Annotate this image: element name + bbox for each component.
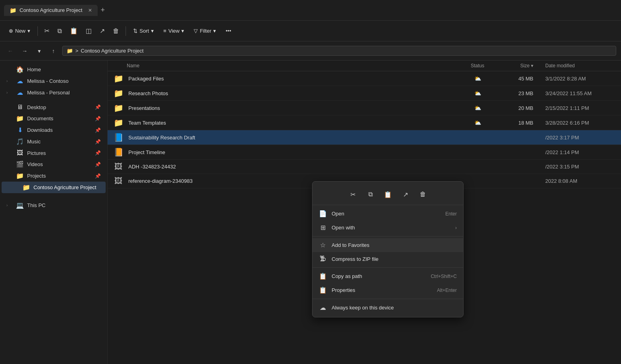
file-name: Presentations — [128, 105, 160, 111]
more-button[interactable]: ••• — [222, 26, 235, 36]
forward-button[interactable]: → — [19, 45, 30, 57]
filter-icon: ▽ — [194, 28, 198, 34]
column-date[interactable]: Date modified — [541, 63, 621, 68]
sidebar-item-label: Music — [27, 139, 41, 145]
cut-button[interactable]: ✂ — [41, 25, 53, 37]
file-date: /2022 3:17 PM — [541, 135, 621, 141]
contoso-folder-icon: 📁 — [22, 184, 30, 191]
ctx-compress-icon: 🗜 — [319, 255, 327, 262]
new-button[interactable]: ⊕ New ▾ — [5, 26, 34, 36]
ctx-separator-1 — [312, 236, 463, 237]
sidebar-item-videos[interactable]: 🎬 Videos 📌 — [2, 159, 106, 170]
ctx-delete-button[interactable]: 🗑 — [416, 187, 430, 202]
new-icon: ⊕ — [9, 28, 13, 34]
table-row[interactable]: 📘 Sustainability Research Draft /2022 3:… — [108, 130, 621, 145]
delete-button[interactable]: 🗑 — [110, 25, 122, 37]
filter-label: Filter — [200, 28, 211, 34]
sidebar-item-pictures[interactable]: 🖼 Pictures 📌 — [2, 147, 106, 159]
new-tab-button[interactable]: + — [101, 6, 105, 14]
ctx-compress-item[interactable]: 🗜 Compress to ZIP file — [312, 252, 463, 266]
file-date: 2022 8:08 AM — [541, 178, 621, 184]
copy-button[interactable]: ⧉ — [54, 25, 65, 37]
ctx-open-label: Open — [332, 211, 440, 217]
sidebar-item-downloads[interactable]: ⬇ Downloads 📌 — [2, 124, 106, 136]
sort-updown-icon: ⇅ — [133, 28, 138, 34]
view-button[interactable]: ≡ View ▾ — [159, 26, 189, 36]
file-name: Packaged Files — [128, 76, 164, 82]
ctx-separator-3 — [312, 299, 463, 299]
file-status: ⛅ — [454, 75, 501, 82]
table-row[interactable]: 📁 Research Photos ⛅ 23 MB 3/24/2022 11:5… — [108, 86, 621, 101]
table-row[interactable]: 🖼 ADH -324823-24432 /2022 3:15 PM — [108, 160, 621, 174]
home-icon: 🏠 — [16, 66, 24, 73]
ctx-open-with-item[interactable]: ⊞ Open with › — [312, 221, 463, 235]
ctx-open-item[interactable]: 📄 Open Enter — [312, 207, 463, 221]
file-status: ⛅ — [454, 105, 501, 111]
table-row[interactable]: 📁 Team Templates ⛅ 18 MB 3/28/2022 6:16 … — [108, 115, 621, 130]
pin-icon: 📌 — [95, 116, 101, 121]
sidebar-item-label: Melissa - Contoso — [27, 78, 69, 84]
folder-icon: 📁 — [112, 88, 124, 98]
sidebar-item-contoso-project[interactable]: 📁 Contoso Agriculture Project — [2, 182, 106, 193]
context-menu-toolbar: ✂ ⧉ 📋 ↗ 🗑 — [312, 184, 463, 205]
sidebar-item-desktop[interactable]: 🖥 Desktop 📌 — [2, 102, 106, 113]
filter-button[interactable]: ▽ Filter ▾ — [190, 26, 220, 36]
recent-locations-button[interactable]: ▾ — [33, 45, 45, 57]
music-icon: 🎵 — [16, 138, 24, 145]
tab-close-button[interactable]: ✕ — [88, 8, 92, 13]
table-row[interactable]: 📁 Packaged Files ⛅ 45 MB 3/1/2022 8:28 A… — [108, 71, 621, 86]
up-button[interactable]: ↑ — [48, 45, 59, 57]
ctx-copy-path-label: Copy as path — [332, 273, 426, 279]
cloud-icon: ☁ — [16, 77, 24, 85]
back-button[interactable]: ← — [5, 45, 16, 57]
sidebar-item-melissa-contoso[interactable]: › ☁ Melissa - Contoso — [2, 75, 106, 87]
cloud-icon: ☁ — [16, 89, 24, 96]
view-dropdown-icon: ▾ — [181, 28, 184, 34]
table-row[interactable]: 📙 Project Timeline /2022 1:14 PM — [108, 145, 621, 160]
move-to-button[interactable]: ◫ — [83, 25, 95, 37]
ctx-properties-item[interactable]: 📋 Properties Alt+Enter — [312, 283, 463, 297]
ctx-copy-path-item[interactable]: 📋 Copy as path Ctrl+Shift+C — [312, 269, 463, 283]
ctx-cut-button[interactable]: ✂ — [346, 187, 360, 202]
desktop-icon: 🖥 — [16, 104, 24, 111]
sidebar-item-this-pc[interactable]: › 💻 This PC — [2, 200, 106, 211]
file-status: ⛅ — [454, 90, 501, 96]
sidebar-item-melissa-personal[interactable]: › ☁ Melissa - Personal — [2, 87, 106, 98]
ctx-share-button[interactable]: ↗ — [398, 187, 413, 202]
tab-folder-icon: 📁 — [10, 7, 16, 14]
table-row[interactable]: 📁 Presentations ⛅ 20 MB 2/15/2022 1:11 P… — [108, 101, 621, 115]
column-status[interactable]: Status — [454, 63, 501, 68]
column-name[interactable]: Name — [108, 63, 454, 68]
context-menu: ✂ ⧉ 📋 ↗ 🗑 📄 Open Enter ⊞ Open with › ☆ A… — [312, 181, 464, 317]
ctx-copy-button[interactable]: ⧉ — [363, 187, 377, 202]
ctx-always-keep-label: Always keep on this device — [332, 305, 457, 311]
ctx-always-keep-icon: ☁ — [319, 304, 327, 311]
sort-label: Sort — [140, 28, 149, 34]
breadcrumb-separator: > — [75, 48, 79, 54]
videos-icon: 🎬 — [16, 160, 24, 168]
ctx-add-favorites-item[interactable]: ☆ Add to Favorites — [312, 238, 463, 252]
active-tab[interactable]: 📁 Contoso Agriculture Project ✕ — [4, 5, 98, 16]
pictures-icon: 🖼 — [16, 149, 24, 157]
sidebar-item-projects[interactable]: 📁 Projects 📌 — [2, 170, 106, 182]
sidebar-item-music[interactable]: 🎵 Music 📌 — [2, 136, 106, 147]
sidebar-item-documents[interactable]: 📁 Documents 📌 — [2, 113, 106, 124]
ctx-copy-path-shortcut: Ctrl+Shift+C — [431, 274, 457, 279]
expand-icon: › — [6, 90, 13, 95]
folder-icon: 📁 — [112, 74, 124, 83]
pin-icon: 📌 — [95, 139, 101, 145]
file-size: 45 MB — [501, 76, 541, 82]
pin-icon: 📌 — [95, 127, 101, 133]
view-label: View — [168, 28, 179, 34]
ctx-compress-label: Compress to ZIP file — [332, 256, 457, 262]
ctx-always-keep-item[interactable]: ☁ Always keep on this device — [312, 301, 463, 315]
sidebar-item-home[interactable]: 🏠 Home — [2, 64, 106, 75]
breadcrumb[interactable]: 📁 > Contoso Agriculture Project — [62, 46, 616, 56]
share-button[interactable]: ↗ — [96, 25, 108, 37]
tab-label: Contoso Agriculture Project — [20, 7, 83, 13]
column-size[interactable]: Size ▾ — [501, 63, 541, 68]
sort-button[interactable]: ⇅ Sort ▾ — [129, 26, 158, 36]
paste-button[interactable]: 📋 — [67, 25, 81, 37]
ctx-favorites-label: Add to Favorites — [332, 242, 457, 248]
ctx-paste-button[interactable]: 📋 — [381, 187, 395, 202]
